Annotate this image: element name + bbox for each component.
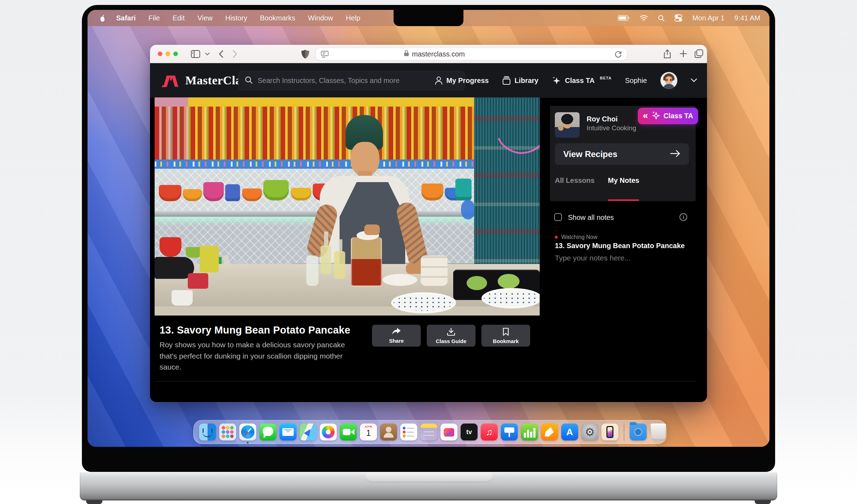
control-center-icon[interactable] <box>675 14 682 22</box>
menu-history[interactable]: History <box>225 14 247 22</box>
menu-bar-status: Mon Apr 1 9:41 AM <box>618 14 760 22</box>
spotlight-search-icon[interactable] <box>658 15 665 22</box>
dock-calendar-icon[interactable]: APR 1 <box>360 424 377 440</box>
menu-view[interactable]: View <box>197 14 212 22</box>
window-close-button[interactable] <box>158 52 162 56</box>
dock-system-settings-icon[interactable]: ⚙ <box>581 424 598 440</box>
back-button[interactable] <box>219 50 223 58</box>
menu-window[interactable]: Window <box>308 14 333 22</box>
dock-pages-icon[interactable] <box>541 424 558 440</box>
dock-music-icon[interactable]: ♫ <box>481 424 498 440</box>
account-chevron-down-icon[interactable] <box>691 77 697 84</box>
scene-bowl <box>242 188 262 201</box>
tab-my-notes-label: My Notes <box>608 176 639 184</box>
dock-facetime-icon[interactable] <box>340 424 357 440</box>
search-input[interactable] <box>258 77 458 85</box>
scene-red-cup <box>188 273 208 289</box>
share-icon[interactable] <box>664 49 671 59</box>
avatar-body <box>663 84 675 89</box>
dock-messages-icon[interactable] <box>259 424 276 440</box>
dock-trash-icon[interactable] <box>650 424 667 440</box>
address-domain: masterclass.com <box>412 50 465 58</box>
new-tab-icon[interactable] <box>679 50 687 58</box>
active-tab-underline <box>608 199 639 201</box>
tab-all-lessons[interactable]: All Lessons <box>555 176 594 190</box>
menu-edit[interactable]: Edit <box>173 14 185 22</box>
dock-contacts-icon[interactable] <box>380 424 397 440</box>
dock-mail-icon[interactable] <box>280 424 296 440</box>
class-guide-button[interactable]: Class Guide <box>427 325 475 347</box>
user-avatar[interactable] <box>660 72 677 89</box>
nav-my-progress[interactable]: My Progress <box>435 76 489 85</box>
dock-numbers-icon[interactable] <box>521 424 538 440</box>
dock-notes-icon[interactable] <box>420 424 437 440</box>
menu-bar-date[interactable]: Mon Apr 1 <box>692 14 724 22</box>
forward-button[interactable] <box>233 50 237 58</box>
class-ta-panel: Roy Choi Intuitive Cooking « Class TA Vi… <box>550 106 696 201</box>
reader-format-icon[interactable] <box>321 51 329 59</box>
avatar-glasses <box>670 79 673 81</box>
scene-bowl <box>225 184 240 201</box>
dock-photos-icon[interactable] <box>320 424 337 440</box>
dock-maps-icon[interactable] <box>300 424 317 440</box>
dock-launchpad-icon[interactable] <box>219 424 236 440</box>
menu-bookmarks[interactable]: Bookmarks <box>260 14 295 22</box>
apple-menu-icon[interactable] <box>100 14 106 22</box>
share-button[interactable]: Share <box>372 325 421 347</box>
dock-downloads-icon[interactable] <box>630 424 647 440</box>
menu-safari[interactable]: Safari <box>116 14 136 22</box>
sidebar-toggle-icon[interactable] <box>191 50 200 58</box>
scene-bowl <box>203 182 224 201</box>
instructor-class: Intuitive Cooking <box>587 124 636 132</box>
scene-bowl <box>455 179 472 200</box>
info-icon[interactable]: i <box>679 213 687 221</box>
video-player[interactable] <box>155 97 540 316</box>
dock-reminders-icon[interactable] <box>400 424 417 440</box>
sparkle-icon <box>652 111 660 121</box>
wifi-icon[interactable] <box>640 15 648 21</box>
menu-file[interactable]: File <box>149 14 160 22</box>
nav-library[interactable]: Library <box>502 76 539 85</box>
dock-safari-icon[interactable] <box>239 424 256 440</box>
tab-my-notes[interactable]: My Notes <box>608 176 639 190</box>
macbook-lid-notch <box>365 472 493 482</box>
dock-appstore-icon[interactable]: A <box>561 424 578 440</box>
safari-toolbar: masterclass.com <box>150 45 707 63</box>
collapse-chevrons-icon: « <box>643 111 648 120</box>
bookmark-button[interactable]: Bookmark <box>481 325 530 347</box>
instructor-name: Roy Choi <box>587 115 618 123</box>
battery-icon[interactable] <box>618 15 630 21</box>
masterclass-logo-icon[interactable] <box>162 73 180 88</box>
tab-overview-icon[interactable] <box>695 49 703 58</box>
class-ta-button[interactable]: « Class TA <box>638 108 698 124</box>
notes-input[interactable] <box>555 254 694 278</box>
lesson-title: 13. Savory Mung Bean Potato Pancake <box>160 324 350 336</box>
dock-finder-icon[interactable] <box>199 424 216 440</box>
privacy-shield-icon[interactable] <box>301 49 310 59</box>
dock-keynote-icon[interactable] <box>501 424 518 440</box>
watching-now-row: Watching Now <box>555 234 598 240</box>
scene-bowl <box>421 184 443 200</box>
menu-bar-time[interactable]: 9:41 AM <box>735 14 760 22</box>
user-name[interactable]: Sophie <box>625 77 647 85</box>
dock-freeform-icon[interactable] <box>441 424 457 440</box>
dock-tv-icon[interactable]: tv <box>461 424 478 440</box>
window-zoom-button[interactable] <box>173 52 178 56</box>
address-bar[interactable]: masterclass.com <box>316 48 627 60</box>
view-recipes-label: View Recipes <box>563 149 617 159</box>
show-all-notes-checkbox[interactable] <box>554 213 562 221</box>
music-note-glyph: ♫ <box>486 427 493 438</box>
bookmark-button-label: Bookmark <box>493 338 519 344</box>
scene-bowl <box>159 185 181 201</box>
menu-help[interactable]: Help <box>346 14 360 22</box>
search-bar[interactable] <box>238 71 465 90</box>
scene-bowl <box>263 180 289 200</box>
window-minimize-button[interactable] <box>166 52 170 56</box>
sidebar-chevron-icon[interactable] <box>205 52 210 55</box>
desktop-stage: Safari File Edit View History Bookmarks … <box>0 0 857 504</box>
view-recipes-button[interactable]: View Recipes <box>555 143 689 165</box>
calendar-day: 1 <box>360 429 377 437</box>
reload-icon[interactable] <box>615 50 622 60</box>
nav-class-ta[interactable]: Class TA BETA <box>552 76 611 85</box>
dock-iphone-mirroring-icon[interactable] <box>601 424 618 440</box>
